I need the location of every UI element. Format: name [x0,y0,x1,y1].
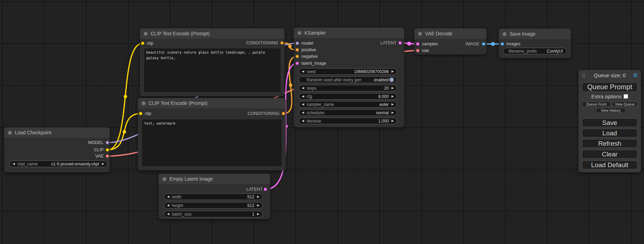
denoise-widget[interactable]: ◀ denoise 1.000 ▶ [299,118,397,124]
height-widget[interactable]: ◀ height 512 ▶ [164,202,263,209]
node-title-bar[interactable]: KSampler [294,28,404,38]
collapse-dot-icon[interactable] [8,131,12,135]
increment-arrow-icon[interactable]: ▶ [257,204,259,207]
node-ksampler[interactable]: KSampler model positive negative latent_… [294,28,404,127]
increment-arrow-icon[interactable]: ▶ [391,111,394,114]
widget-label: filename_prefix [509,49,537,54]
ckpt-name-widget[interactable]: ◀ ckpt_name v1-5-pruned-emaonly.ckpt ▶ [9,161,107,167]
extra-options-checkbox[interactable] [624,94,628,99]
increment-arrow-icon[interactable]: ▶ [391,119,394,123]
collapse-dot-icon[interactable] [142,101,145,105]
latent-output-port[interactable] [264,188,267,191]
positive-input-port[interactable] [295,48,299,52]
view-history-button[interactable]: View History [596,108,626,113]
samples-input-port[interactable] [416,42,420,46]
collapse-dot-icon[interactable] [162,177,166,181]
node-title-bar[interactable]: Load Checkpoint [4,127,110,138]
input-label-clip: clip [145,111,151,116]
sampler-name-widget[interactable]: ◀ sampler_name euler ▶ [299,101,397,108]
decrement-arrow-icon[interactable]: ◀ [167,213,169,216]
settings-gear-icon[interactable]: ⚙ [633,72,638,79]
link-dot-image [491,42,495,46]
clear-button[interactable]: Clear [582,150,637,159]
images-input-port[interactable] [501,42,504,46]
collapse-dot-icon[interactable] [298,31,301,35]
node-title-bar[interactable]: Save Image [499,29,571,39]
latent-image-input-port[interactable] [295,62,299,65]
output-label-conditioning: CONDITIONING [248,111,280,116]
clip-output-port[interactable] [106,148,109,152]
random-seed-toggle-widget[interactable]: Random seed after every gen enabled [299,76,397,83]
input-label-images: images [506,42,520,46]
node-title-bar[interactable]: CLIP Text Encode (Prompt) [140,28,284,39]
widget-label: cfg [307,94,312,99]
model-input-port[interactable] [295,42,299,45]
scheduler-widget[interactable]: ◀ scheduler normal ▶ [299,109,397,116]
increment-arrow-icon[interactable]: ▶ [257,213,259,216]
widget-label: denoise [307,119,321,124]
negative-prompt-textarea[interactable]: text, watermark [142,119,282,166]
decrement-arrow-icon[interactable]: ◀ [167,204,169,207]
node-title: CLIP Text Encode (Prompt) [149,100,208,106]
decrement-arrow-icon[interactable]: ◀ [302,87,304,90]
node-empty-latent-image[interactable]: Empty Latent Image LATENT ◀ width 512 ▶ … [159,174,270,219]
node-title-bar[interactable]: VAE Decode [414,28,486,39]
node-title: VAE Decode [425,31,452,36]
load-button[interactable]: Load [582,129,637,137]
decrement-arrow-icon[interactable]: ◀ [12,162,15,165]
collapse-dot-icon[interactable] [503,32,506,36]
cfg-widget[interactable]: ◀ cfg 8.000 ▶ [299,93,397,100]
collapse-dot-icon[interactable] [144,32,148,36]
collapse-dot-icon[interactable] [418,32,422,36]
link-dot-clip-negative [123,130,126,134]
decrement-arrow-icon[interactable]: ◀ [302,111,304,114]
increment-arrow-icon[interactable]: ▶ [257,195,259,198]
toggle-enabled-icon[interactable] [389,78,394,82]
node-clip-text-encode-negative[interactable]: CLIP Text Encode (Prompt) clip CONDITION… [138,98,286,170]
positive-prompt-textarea[interactable]: beautiful scenery nature glass bottle la… [144,48,281,92]
load-default-button[interactable]: Load Default [582,161,637,169]
output-label-clip: CLIP [94,147,104,152]
widget-value: 20 [384,86,389,91]
conditioning-output-port[interactable] [282,112,285,115]
increment-arrow-icon[interactable]: ▶ [391,87,394,90]
node-save-image[interactable]: Save Image images filename_prefix ComfyU… [499,29,571,58]
decrement-arrow-icon[interactable]: ◀ [167,195,169,198]
filename-prefix-widget[interactable]: filename_prefix ComfyUI [503,48,567,54]
seed-widget[interactable]: ◀ seed 156680208700286 ▶ [299,68,397,75]
vae-output-port[interactable] [106,154,109,158]
clip-input-port[interactable] [141,42,144,45]
node-clip-text-encode-positive[interactable]: CLIP Text Encode (Prompt) clip CONDITION… [140,28,284,96]
increment-arrow-icon[interactable]: ▶ [391,95,394,98]
increment-arrow-icon[interactable]: ▶ [391,103,394,106]
refresh-button[interactable]: Refresh [582,139,637,148]
increment-arrow-icon[interactable]: ▶ [391,70,394,73]
widget-value: normal [376,110,389,115]
width-widget[interactable]: ◀ width 512 ▶ [164,193,263,200]
negative-input-port[interactable] [295,55,299,58]
node-title-bar[interactable]: CLIP Text Encode (Prompt) [138,98,286,108]
decrement-arrow-icon[interactable]: ◀ [302,95,304,98]
node-vae-decode[interactable]: VAE Decode samples vae IMAGE [414,28,486,54]
node-load-checkpoint[interactable]: Load Checkpoint MODEL CLIP VAE ◀ ckpt_na… [4,127,110,172]
clip-input-port[interactable] [139,112,142,115]
conditioning-output-port[interactable] [280,41,284,45]
queue-front-button[interactable]: Queue Front [582,102,611,107]
extra-options-label: Extra options [591,93,622,99]
model-output-port[interactable] [106,141,109,144]
widget-value: 8.000 [378,94,389,99]
decrement-arrow-icon[interactable]: ◀ [302,70,304,73]
latent-output-port[interactable] [398,41,402,45]
node-title-bar[interactable]: Empty Latent Image [159,174,270,184]
save-button[interactable]: Save [582,118,637,127]
steps-widget[interactable]: ◀ steps 20 ▶ [299,85,397,91]
batch-size-widget[interactable]: ◀ batch_size 1 ▶ [164,211,263,217]
decrement-arrow-icon[interactable]: ◀ [302,119,304,123]
queue-prompt-button[interactable]: Queue Prompt [582,82,637,92]
increment-arrow-icon[interactable]: ▶ [102,162,104,165]
vae-input-port[interactable] [416,49,420,52]
decrement-arrow-icon[interactable]: ◀ [302,103,304,106]
widget-label: width [172,195,182,199]
view-queue-button[interactable]: View Queue [612,102,637,107]
image-output-port[interactable] [482,42,485,46]
